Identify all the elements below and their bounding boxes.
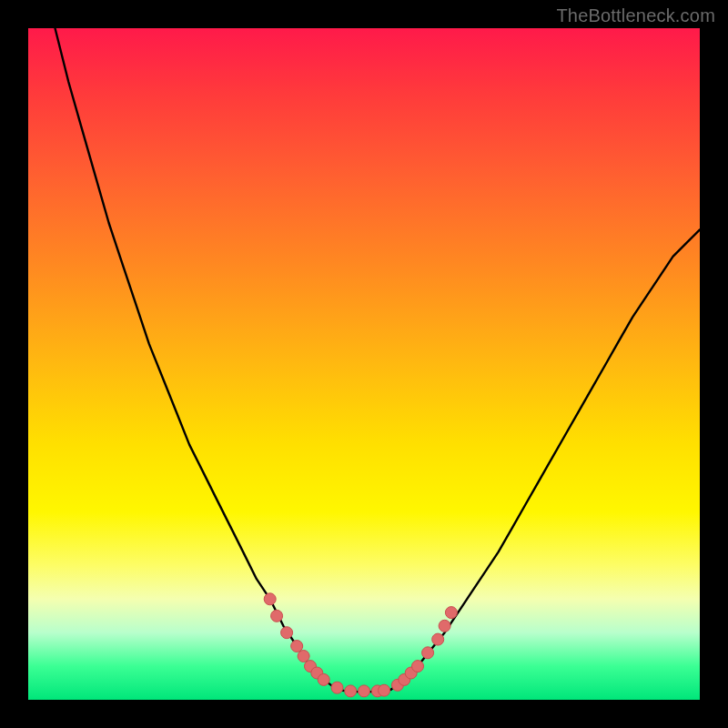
marker-dot [412, 661, 424, 672]
chart-area [28, 28, 700, 700]
marker-dot [445, 607, 457, 619]
bottleneck-plot [28, 28, 700, 700]
watermark-label: TheBottleneck.com [556, 5, 715, 26]
marker-dot [345, 685, 357, 697]
marker-dot [379, 684, 390, 696]
marker-dot [291, 641, 303, 652]
marker-dot [331, 682, 343, 693]
marker-dots [264, 593, 457, 697]
marker-dot [298, 651, 309, 662]
marker-dot [271, 610, 283, 622]
marker-dot [281, 627, 293, 639]
curve-left [56, 28, 338, 690]
curve-right [391, 229, 701, 690]
marker-dot [359, 685, 370, 697]
marker-dot [432, 633, 444, 645]
marker-dot [318, 673, 329, 685]
marker-dot [422, 647, 434, 659]
marker-dot [439, 620, 450, 632]
marker-dot [264, 593, 276, 605]
